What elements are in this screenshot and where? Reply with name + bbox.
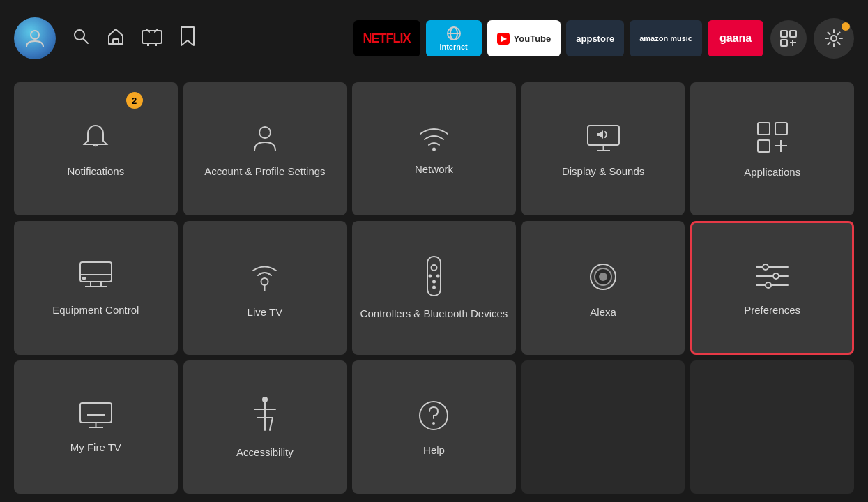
settings-notification-dot <box>842 22 850 31</box>
controllers-label: Controllers & Bluetooth Devices <box>360 307 508 321</box>
internet-button[interactable]: Internet <box>426 20 482 56</box>
accessibility-label: Accessibility <box>236 446 294 459</box>
nav-right-icons <box>770 18 854 59</box>
svg-rect-30 <box>82 277 86 280</box>
svg-point-56 <box>262 397 268 402</box>
alexa-label: Alexa <box>590 305 616 319</box>
remote-icon <box>422 255 446 297</box>
tv-equipment-icon <box>77 259 115 294</box>
netflix-button[interactable]: NETFLIX <box>353 20 420 56</box>
sliders-icon <box>753 259 791 294</box>
svg-rect-12 <box>781 40 787 46</box>
bookmark-icon[interactable] <box>178 26 197 52</box>
preferences-label: Preferences <box>744 303 800 317</box>
accessibility-tile[interactable]: Accessibility <box>183 360 347 494</box>
empty-tile-2 <box>690 360 854 494</box>
svg-point-44 <box>599 273 607 281</box>
svg-point-34 <box>261 278 268 285</box>
svg-point-48 <box>763 264 768 270</box>
svg-point-39 <box>436 275 439 278</box>
notifications-tile[interactable]: 2 Notifications <box>14 82 178 215</box>
applications-tile[interactable]: Applications <box>690 82 854 215</box>
svg-rect-51 <box>80 403 112 423</box>
svg-point-41 <box>432 286 436 289</box>
svg-rect-10 <box>781 31 787 37</box>
network-tile[interactable]: Network <box>352 82 516 215</box>
alexa-icon <box>586 257 620 296</box>
bell-icon <box>78 120 113 155</box>
svg-point-38 <box>428 275 432 278</box>
youtube-button[interactable]: ▶ YouTube <box>487 20 561 56</box>
all-apps-button[interactable] <box>770 20 807 56</box>
svg-point-15 <box>831 36 837 41</box>
svg-point-18 <box>432 148 436 151</box>
svg-point-0 <box>31 31 39 39</box>
svg-rect-19 <box>588 126 619 145</box>
nav-left-icons <box>14 17 197 59</box>
settings-button[interactable] <box>814 18 854 59</box>
svg-point-49 <box>773 273 779 279</box>
person-icon <box>248 120 282 155</box>
help-icon <box>416 397 452 434</box>
help-tile[interactable]: Help <box>352 360 516 494</box>
controllers-tile[interactable]: Controllers & Bluetooth Devices <box>352 221 516 354</box>
notifications-label: Notifications <box>67 165 124 178</box>
applications-label: Applications <box>744 165 800 179</box>
svg-line-2 <box>84 38 89 43</box>
svg-point-17 <box>259 127 271 138</box>
account-profile-label: Account & Profile Settings <box>204 165 325 178</box>
preferences-tile[interactable]: Preferences <box>690 221 854 354</box>
svg-point-37 <box>431 265 436 271</box>
alexa-tile[interactable]: Alexa <box>521 221 685 354</box>
equipment-control-label: Equipment Control <box>52 303 139 317</box>
gaana-button[interactable]: gaana <box>708 20 763 56</box>
live-tv-tile[interactable]: Live TV <box>183 221 347 354</box>
display-sounds-tile[interactable]: Display & Sounds <box>521 82 685 215</box>
firetv-icon <box>77 400 115 431</box>
notification-badge: 2 <box>126 92 143 109</box>
svg-rect-3 <box>113 39 119 44</box>
svg-point-60 <box>432 422 435 425</box>
svg-rect-25 <box>758 140 770 152</box>
app-shortcuts: NETFLIX Internet ▶ YouTube appstore amaz… <box>353 20 763 56</box>
svg-point-40 <box>432 280 436 284</box>
help-label: Help <box>423 443 445 457</box>
avatar[interactable] <box>14 17 56 59</box>
svg-rect-4 <box>142 31 162 43</box>
network-label: Network <box>415 162 453 176</box>
tv-icon[interactable] <box>141 26 163 51</box>
amazonmusic-button[interactable]: amazon music <box>630 20 702 56</box>
my-fire-tv-tile[interactable]: My Fire TV <box>14 360 178 494</box>
home-icon[interactable] <box>106 26 125 51</box>
live-tv-label: Live TV <box>248 305 283 319</box>
equipment-control-tile[interactable]: Equipment Control <box>14 221 178 354</box>
settings-grid: 2 Notifications Account & Profile Settin… <box>0 77 868 502</box>
svg-rect-24 <box>775 123 787 135</box>
display-sounds-label: Display & Sounds <box>562 165 644 178</box>
apps-icon <box>754 119 791 155</box>
accessibility-icon <box>248 395 282 436</box>
search-icon[interactable] <box>71 26 91 51</box>
svg-rect-11 <box>790 31 796 37</box>
account-profile-tile[interactable]: Account & Profile Settings <box>183 82 347 215</box>
top-navigation: NETFLIX Internet ▶ YouTube appstore amaz… <box>0 0 868 77</box>
svg-rect-23 <box>758 123 770 135</box>
display-icon <box>584 120 623 155</box>
wifi-icon <box>415 121 453 153</box>
signal-icon <box>245 257 284 296</box>
my-fire-tv-label: My Fire TV <box>70 441 121 455</box>
svg-point-50 <box>766 282 771 288</box>
appstore-button[interactable]: appstore <box>566 20 624 56</box>
empty-tile-1 <box>521 360 685 494</box>
